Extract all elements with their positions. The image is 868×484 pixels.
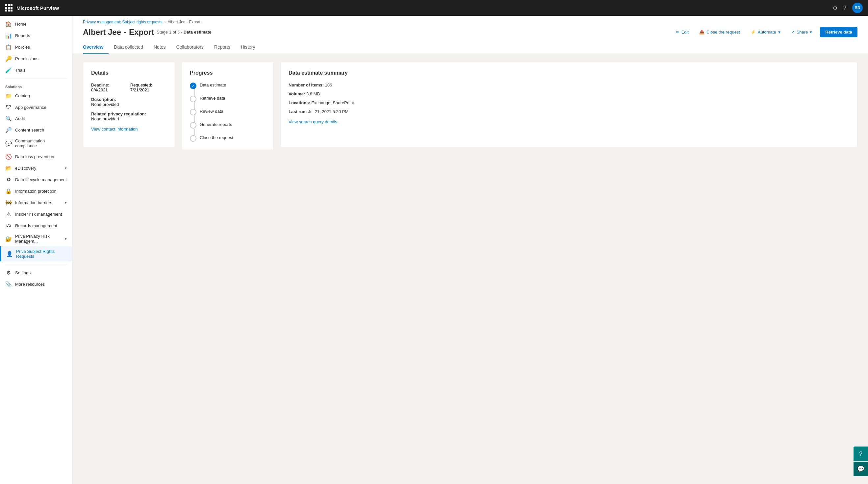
sidebar-item-records-mgmt[interactable]: 🗂 Records management xyxy=(0,220,72,231)
tab-data-collected[interactable]: Data collected xyxy=(114,41,148,54)
edit-label: Edit xyxy=(681,30,689,35)
sidebar-item-comm-compliance[interactable]: 💬 Communication compliance xyxy=(0,136,72,151)
title-type: Export xyxy=(129,28,154,37)
sidebar-label-insider-risk: Insider risk management xyxy=(15,212,62,217)
step-label-data-estimate: Data estimate xyxy=(200,83,226,88)
trials-icon: 🧪 xyxy=(5,67,12,73)
share-button[interactable]: ↗ Share ▾ xyxy=(788,28,815,36)
requested-label-value: Requested: 7/21/2021 xyxy=(130,83,167,92)
close-request-icon: 📤 xyxy=(699,30,705,35)
sidebar-item-data-lifecycle[interactable]: ♻ Data lifecycle management xyxy=(0,174,72,186)
step-label-retrieve: Retrieve data xyxy=(200,96,225,101)
summary-volume-row: Volume: 3.8 MB xyxy=(288,91,849,96)
breadcrumb-parent[interactable]: Privacy management: Subject rights reque… xyxy=(83,20,162,24)
automate-chevron-icon: ▾ xyxy=(778,30,780,35)
main-content: Privacy management: Subject rights reque… xyxy=(72,16,868,484)
waffle-icon[interactable] xyxy=(5,4,12,11)
more-resources-icon: 📎 xyxy=(5,281,12,287)
sidebar-item-permissions[interactable]: 🔑 Permissions xyxy=(0,53,72,64)
close-request-button[interactable]: 📤 Close the request xyxy=(696,28,743,36)
sidebar-settings-icon: ⚙ xyxy=(5,270,12,276)
sidebar-item-app-governance[interactable]: 🛡 App governance xyxy=(0,102,72,113)
data-lifecycle-icon: ♻ xyxy=(5,176,12,183)
sidebar-label-catalog: Catalog xyxy=(15,93,30,98)
sidebar-item-priva-subject[interactable]: 👤 Priva Subject Rights Requests xyxy=(0,246,72,261)
volume-label: Volume: xyxy=(288,91,305,96)
dlp-icon: 🚫 xyxy=(5,154,12,160)
automate-button[interactable]: ⚡ Automate ▾ xyxy=(748,28,783,36)
cards-area: Details Deadline: 8/4/2021 Requested: 7/… xyxy=(72,54,868,158)
sidebar-item-ediscovery[interactable]: 📂 eDiscovery ▾ xyxy=(0,162,72,174)
step-circle-close xyxy=(190,135,196,142)
sidebar-item-priva-risk[interactable]: 🔐 Priva Privacy Risk Managem... ▾ xyxy=(0,231,72,246)
close-request-label: Close the request xyxy=(707,30,740,35)
sidebar-label-permissions: Permissions xyxy=(15,56,38,61)
progress-list: ✓ Data estimate Retrieve data xyxy=(190,83,266,142)
catalog-icon: 📁 xyxy=(5,93,12,99)
reports-icon: 📊 xyxy=(5,33,12,39)
sidebar-divider-2 xyxy=(5,264,67,264)
settings-icon[interactable]: ⚙ xyxy=(833,5,837,11)
summary-locations-row: Locations: Exchange, SharePoint xyxy=(288,100,849,105)
content-header: Privacy management: Subject rights reque… xyxy=(72,16,868,54)
ediscovery-chevron-icon: ▾ xyxy=(65,166,67,170)
comm-compliance-icon: 💬 xyxy=(5,140,12,147)
view-contact-link[interactable]: View contact information xyxy=(91,127,167,131)
avatar[interactable]: BD xyxy=(852,3,863,13)
items-label: Number of items: xyxy=(288,83,324,88)
tab-overview[interactable]: Overview xyxy=(83,41,108,54)
title-name: Albert Jee xyxy=(83,28,121,37)
sidebar-item-more-resources[interactable]: 📎 More resources xyxy=(0,279,72,290)
chat-icon-btn[interactable]: ? xyxy=(854,447,868,461)
priva-risk-chevron-icon: ▾ xyxy=(65,237,67,241)
help-icon[interactable]: ? xyxy=(843,5,846,11)
stage-badge: Stage 1 of 5 - Data estimate xyxy=(157,30,211,35)
sidebar-item-dlp[interactable]: 🚫 Data loss prevention xyxy=(0,151,72,162)
home-icon: 🏠 xyxy=(5,21,12,27)
tab-notes[interactable]: Notes xyxy=(154,41,171,54)
locations-label: Locations: xyxy=(288,100,310,105)
ediscovery-icon: 📂 xyxy=(5,165,12,171)
edit-button[interactable]: ✏ Edit xyxy=(673,28,691,36)
sidebar-item-insider-risk[interactable]: ⚠ Insider risk management xyxy=(0,208,72,220)
sidebar-item-trials[interactable]: 🧪 Trials xyxy=(0,64,72,76)
sidebar-item-reports[interactable]: 📊 Reports xyxy=(0,30,72,41)
sidebar-item-info-protection[interactable]: 🔒 Information protection xyxy=(0,186,72,197)
regulation-label: Related privacy regulation: xyxy=(91,111,167,117)
progress-step-generate-reports: Generate reports xyxy=(190,122,266,135)
automate-icon: ⚡ xyxy=(750,30,756,35)
sidebar-item-home[interactable]: 🏠 Home xyxy=(0,19,72,30)
policies-icon: 📋 xyxy=(5,44,12,50)
progress-step-retrieve-data: Retrieve data xyxy=(190,96,266,109)
sidebar-label-trials: Trials xyxy=(15,68,25,73)
progress-card-title: Progress xyxy=(190,70,266,76)
sidebar-label-info-barriers: Information barriers xyxy=(15,200,52,205)
sidebar-item-policies[interactable]: 📋 Policies xyxy=(0,41,72,53)
tab-history[interactable]: History xyxy=(241,41,260,54)
tab-reports[interactable]: Reports xyxy=(214,41,236,54)
locations-value: Exchange, SharePoint xyxy=(311,100,354,105)
tab-collaborators[interactable]: Collaborators xyxy=(176,41,209,54)
sidebar-item-settings[interactable]: ⚙ Settings xyxy=(0,267,72,279)
sidebar: 🏠 Home 📊 Reports 📋 Policies 🔑 Permission… xyxy=(0,16,72,484)
sidebar-label-app-governance: App governance xyxy=(15,105,46,110)
step-connector-3 xyxy=(194,116,195,122)
sidebar-item-info-barriers[interactable]: 🚧 Information barriers ▾ xyxy=(0,197,72,208)
step-label-review: Review data xyxy=(200,109,223,114)
audit-icon: 🔍 xyxy=(5,116,12,122)
sidebar-label-policies: Policies xyxy=(15,45,30,50)
feedback-icon-btn[interactable]: 💬 xyxy=(854,462,868,476)
sidebar-label-comm-compliance: Communication compliance xyxy=(15,138,67,148)
view-search-query-link[interactable]: View search query details xyxy=(288,119,849,124)
sidebar-item-audit[interactable]: 🔍 Audit xyxy=(0,113,72,124)
insider-risk-icon: ⚠ xyxy=(5,211,12,217)
retrieve-data-button[interactable]: Retrieve data xyxy=(820,27,858,37)
sidebar-item-catalog[interactable]: 📁 Catalog xyxy=(0,90,72,102)
breadcrumb-separator: › xyxy=(164,20,165,24)
records-mgmt-icon: 🗂 xyxy=(5,223,12,228)
summary-last-run-row: Last run: Jul 21, 2021 5:20 PM xyxy=(288,109,849,114)
last-run-label: Last run: xyxy=(288,109,307,114)
sidebar-label-audit: Audit xyxy=(15,116,25,121)
sidebar-item-content-search[interactable]: 🔎 Content search xyxy=(0,124,72,136)
regulation-value: None provided xyxy=(91,117,167,121)
